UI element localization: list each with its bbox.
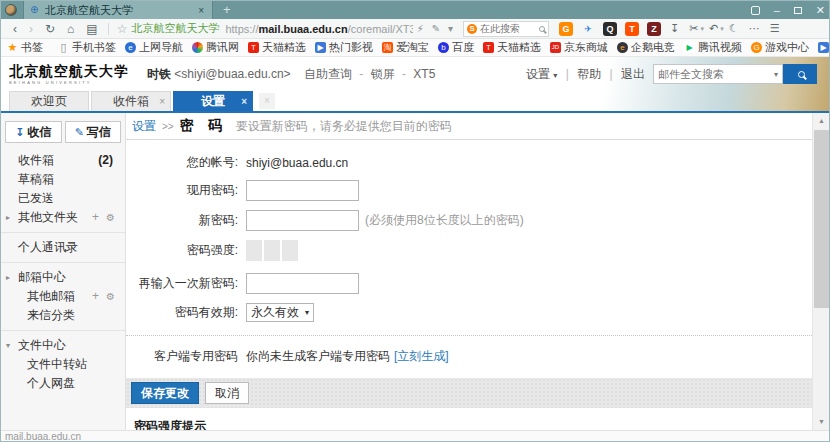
- search-engine-icon[interactable]: S: [467, 24, 477, 34]
- bookmark-item[interactable]: ▶腾讯视频: [684, 40, 742, 55]
- lock-screen-link[interactable]: 锁屏: [371, 67, 395, 81]
- address-dropdown-icon[interactable]: ▾: [444, 23, 457, 34]
- back-icon[interactable]: ‹: [7, 22, 23, 36]
- new-tab-button[interactable]: +: [213, 2, 241, 18]
- skin-icon[interactable]: [751, 6, 760, 15]
- speed-mode-icon[interactable]: ⚡: [413, 23, 428, 34]
- url-text[interactable]: https://mail.buaa.edu.cn/coremail/XT3/in…: [225, 23, 412, 35]
- bookmark-item[interactable]: T天猫精选: [248, 40, 306, 55]
- sidebar-item-drafts[interactable]: 草稿箱: [1, 170, 125, 189]
- sidebar-item-file-transfer[interactable]: 文件中转站: [1, 355, 125, 374]
- scroll-down-icon[interactable]: ▼: [813, 414, 830, 430]
- buaa-logo: 北京航空航天大学 BEIHANG UNIVERSITY: [9, 63, 137, 85]
- mail-search-button[interactable]: [783, 64, 817, 84]
- bookmark-item[interactable]: e企鹅电竞: [617, 40, 675, 55]
- self-query-link[interactable]: 自助查询: [304, 67, 352, 81]
- compose-icon: ✎: [75, 126, 84, 139]
- shop-extension-icon[interactable]: T: [625, 22, 639, 36]
- breadcrumb-settings-link[interactable]: 设置: [132, 118, 156, 135]
- tab-settings[interactable]: 设置×: [173, 91, 253, 111]
- current-password-field[interactable]: [246, 180, 359, 201]
- bookmark-item[interactable]: 淘爱淘宝: [382, 40, 429, 55]
- toolbar-search[interactable]: S: [463, 21, 549, 37]
- search-icon[interactable]: [539, 26, 545, 32]
- expand-arrow-icon[interactable]: ▾: [6, 336, 10, 355]
- mobile-bookmark-icon: ▯: [58, 42, 69, 53]
- help-link[interactable]: 帮助: [577, 67, 601, 81]
- sidebar-item-contacts[interactable]: 个人通讯录: [1, 238, 125, 257]
- edit-url-icon[interactable]: ✎: [428, 23, 444, 34]
- sidebar-item-mailbox-center[interactable]: ▸邮箱中心: [1, 268, 125, 287]
- bookmark-item[interactable]: ★书签: [7, 40, 43, 55]
- maximize-button[interactable]: [794, 4, 802, 16]
- bookmark-item[interactable]: e上网导航: [125, 40, 183, 55]
- bookmark-star-icon[interactable]: ☆: [117, 22, 128, 36]
- mail-search-input[interactable]: [658, 68, 774, 80]
- browser-tab[interactable]: ⊕ 北京航空航天大学 ×: [23, 1, 213, 19]
- more-tools-icon[interactable]: ⋯: [749, 22, 760, 35]
- sidebar-item-inbox[interactable]: 收件箱(2): [1, 151, 125, 170]
- settings-link[interactable]: 设置: [526, 67, 550, 81]
- add-folder-icon[interactable]: +: [92, 208, 99, 227]
- bookmark-item[interactable]: ▶热门影视: [315, 40, 373, 55]
- night-mode-icon[interactable]: ☾: [729, 22, 739, 35]
- menu-icon[interactable]: ☰: [770, 22, 780, 35]
- collapse-arrow-icon[interactable]: ▸: [6, 208, 10, 227]
- screenshot-dropdown-icon[interactable]: ▾: [701, 25, 705, 33]
- scrollbar-thumb[interactable]: [814, 130, 829, 308]
- tab-close-icon[interactable]: ×: [159, 96, 165, 107]
- toolbar-search-input[interactable]: [480, 23, 537, 34]
- bookmark-item[interactable]: T天猫精选: [483, 40, 541, 55]
- refresh-icon[interactable]: ↻: [39, 22, 61, 36]
- scroll-up-icon[interactable]: ▲: [813, 113, 830, 129]
- sidebar-item-other-folders[interactable]: ▸其他文件夹+⚙: [1, 208, 125, 227]
- restore-tab-icon[interactable]: ↶: [709, 22, 718, 35]
- validity-select[interactable]: 永久有效▾: [246, 303, 314, 322]
- browser-tab-close-icon[interactable]: ×: [196, 5, 206, 16]
- tab-welcome[interactable]: 欢迎页: [9, 91, 89, 111]
- qq-extension-icon[interactable]: Q: [603, 22, 617, 36]
- screenshot-icon[interactable]: ✂: [689, 22, 698, 35]
- download-icon[interactable]: ↧: [670, 22, 679, 35]
- bookmark-item[interactable]: ▯手机书签: [58, 40, 116, 55]
- reader-extension-icon[interactable]: Z: [647, 22, 661, 36]
- sidebar-item-mail-classify[interactable]: 来信分类: [1, 306, 125, 325]
- thunder-extension-icon[interactable]: ✈: [581, 22, 595, 36]
- bookmark-item[interactable]: 腾讯网: [192, 40, 239, 55]
- vertical-scrollbar[interactable]: ▲ ▼: [812, 113, 829, 430]
- home-icon[interactable]: ⌂: [61, 22, 80, 36]
- folder-settings-icon[interactable]: ⚙: [106, 208, 115, 227]
- logout-link[interactable]: 退出: [621, 67, 645, 81]
- save-changes-button[interactable]: 保存更改: [131, 382, 199, 404]
- game-extension-icon[interactable]: G: [559, 22, 573, 36]
- receive-mail-button[interactable]: ↧收信: [5, 121, 62, 143]
- bookmark-item[interactable]: G游戏中心: [751, 40, 809, 55]
- restore-dropdown-icon[interactable]: ▾: [720, 25, 724, 33]
- collapse-arrow-icon[interactable]: ▸: [6, 268, 10, 287]
- minimize-button[interactable]: –: [774, 4, 780, 16]
- address-bar[interactable]: ☆ 北京航空航天大学 https://mail.buaa.edu.cn/core…: [113, 21, 413, 36]
- bookmark-item[interactable]: b百度: [438, 40, 474, 55]
- tab-close-icon[interactable]: ×: [241, 96, 247, 107]
- close-button[interactable]: ✕: [816, 4, 825, 17]
- new-password-field[interactable]: [246, 210, 359, 231]
- bookmark-item[interactable]: JD京东商城: [550, 40, 608, 55]
- settings-dropdown-icon[interactable]: ▾: [553, 71, 557, 80]
- compose-mail-button[interactable]: ✎写信: [65, 121, 122, 143]
- confirm-password-field[interactable]: [246, 273, 359, 294]
- search-scope-dropdown-icon[interactable]: ▾: [774, 70, 778, 79]
- mailbox-settings-icon[interactable]: ⚙: [106, 287, 115, 306]
- reading-list-icon[interactable]: ▤: [80, 22, 103, 36]
- sidebar-item-file-center[interactable]: ▾文件中心: [1, 336, 125, 355]
- mail-search-box[interactable]: ▾: [653, 64, 783, 84]
- cancel-button[interactable]: 取消: [205, 382, 249, 404]
- sidebar-item-other-mailboxes[interactable]: 其他邮箱+⚙: [1, 287, 125, 306]
- generate-now-link[interactable]: [立刻生成]: [394, 348, 449, 365]
- profile-avatar[interactable]: [5, 4, 17, 16]
- sidebar-item-sent[interactable]: 已发送: [1, 189, 125, 208]
- forward-icon[interactable]: ›: [23, 22, 39, 36]
- bookmark-item[interactable]: ▶热门影视: [818, 40, 829, 55]
- sidebar-item-net-disk[interactable]: 个人网盘: [1, 374, 125, 393]
- tab-inbox[interactable]: 收件箱×: [91, 91, 171, 111]
- add-mailbox-icon[interactable]: +: [92, 287, 99, 306]
